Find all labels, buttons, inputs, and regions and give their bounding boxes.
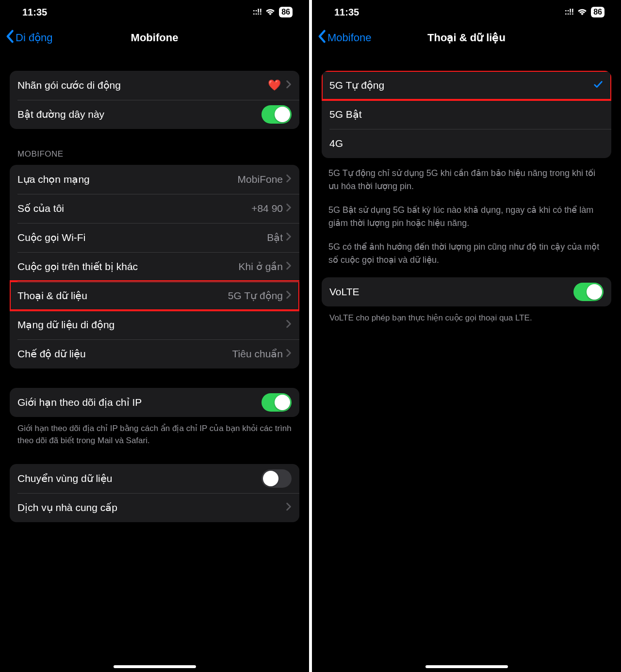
row-label: Lựa chọn mạng [17,174,238,185]
option-5g-on[interactable]: 5G Bật [322,100,611,129]
ip-limit-note: Giới hạn theo dõi địa chỉ IP bằng cách ẩ… [10,417,299,447]
row-label: Thoại & dữ liệu [17,290,228,302]
row-label: Cuộc gọi trên thiết bị khác [17,261,239,272]
desc-5g-impact: 5G có thể ảnh hưởng đến thời lượng pin c… [328,240,605,267]
content-right: 5G Tự động 5G Bật 4G 5G Tự động chỉ sử d… [312,51,621,672]
roaming-toggle[interactable] [261,469,292,488]
desc-5g-auto: 5G Tự động chỉ sử dụng 5G khi cần đảm bả… [328,167,605,193]
chevron-right-icon [286,320,292,330]
row-label: Dịch vụ nhà cung cấp [17,502,286,513]
phone-left: 11:35 ::!! 86 Di động Mobifone Nhãn gói … [0,0,310,672]
row-label: Mạng dữ liệu di động [17,319,286,331]
cellular-signal-icon: ::!! [565,7,574,17]
chevron-right-icon [286,232,292,243]
row-data-roaming: Chuyển vùng dữ liệu [10,464,299,493]
status-bar: 11:35 ::!! 86 [0,0,309,24]
row-label: Cuộc gọi Wi-Fi [17,232,267,243]
row-label: Số của tôi [17,203,251,214]
status-right: ::!! 86 [253,7,293,18]
battery-icon: 86 [279,7,293,17]
line-enabled-toggle[interactable] [261,105,292,124]
chevron-right-icon [286,290,292,301]
home-indicator[interactable] [114,665,196,668]
chevron-left-icon [317,30,327,46]
row-volte: VoLTE [322,277,611,306]
desc-5g-on: 5G Bật sử dụng 5G bất kỳ lúc nào khả dụn… [328,204,605,230]
content-left: Nhãn gói cước di động ❤️ Bật đường dây n… [0,51,309,672]
row-value: Tiêu chuẩn [232,348,283,360]
back-button[interactable]: Mobifone [317,30,372,46]
option-4g[interactable]: 4G [322,129,611,158]
nav-header: Di động Mobifone [0,24,309,51]
options-description: 5G Tự động chỉ sử dụng 5G khi cần đảm bả… [322,158,611,267]
chevron-right-icon [286,261,292,272]
row-label: Bật đường dây này [17,109,261,120]
chevron-right-icon [286,174,292,185]
row-data-mode[interactable]: Chế độ dữ liệu Tiêu chuẩn [10,339,299,368]
limit-ip-toggle[interactable] [261,393,292,412]
phone-right: 11:35 ::!! 86 Mobifone Thoại & dữ liệu 5… [310,0,621,672]
back-label: Di động [16,32,53,44]
back-button[interactable]: Di động [5,30,53,46]
group-mobifone: Lựa chọn mạng MobiFone Số của tôi +84 90… [10,165,299,368]
row-plan-label[interactable]: Nhãn gói cước di động ❤️ [10,71,299,100]
row-value: Bật [267,232,283,243]
chevron-left-icon [5,30,15,46]
chevron-right-icon [286,349,292,359]
heart-icon: ❤️ [268,79,281,92]
row-label: VoLTE [329,286,573,298]
status-time: 11:35 [22,7,47,18]
checkmark-icon [593,79,604,92]
section-header-mobifone: MOBIFONE [10,149,299,159]
home-indicator[interactable] [425,665,508,668]
chevron-right-icon [286,502,292,513]
status-bar: 11:35 ::!! 86 [312,0,621,24]
volte-toggle[interactable] [573,283,604,301]
group-plan: Nhãn gói cước di động ❤️ Bật đường dây n… [10,71,299,129]
row-limit-ip-tracking: Giới hạn theo dõi địa chỉ IP [10,388,299,417]
row-voice-and-data[interactable]: Thoại & dữ liệu 5G Tự động [10,281,299,310]
row-calls-other-devices[interactable]: Cuộc gọi trên thiết bị khác Khi ở gần [10,252,299,281]
row-my-number[interactable]: Số của tôi +84 90 [10,194,299,223]
row-carrier-services[interactable]: Dịch vụ nhà cung cấp [10,493,299,522]
nav-header: Mobifone Thoại & dữ liệu [312,24,621,51]
row-label: 5G Bật [329,109,604,120]
row-label: 4G [329,138,604,149]
row-value: Khi ở gần [239,261,283,272]
row-value: 5G Tự động [228,290,283,302]
row-label: Chế độ dữ liệu [17,348,232,360]
status-time: 11:35 [334,7,359,18]
option-5g-auto[interactable]: 5G Tự động [322,71,611,100]
row-label: Giới hạn theo dõi địa chỉ IP [17,397,261,408]
group-5g-options: 5G Tự động 5G Bật 4G [322,71,611,158]
chevron-right-icon [286,203,292,214]
wifi-icon [265,7,276,18]
wifi-icon [577,7,588,18]
chevron-right-icon [286,80,292,91]
row-network-selection[interactable]: Lựa chọn mạng MobiFone [10,165,299,194]
group-roaming: Chuyển vùng dữ liệu Dịch vụ nhà cung cấp [10,464,299,522]
status-right: ::!! 86 [565,7,605,18]
row-label: Chuyển vùng dữ liệu [17,473,261,484]
row-cellular-data-network[interactable]: Mạng dữ liệu di động [10,310,299,339]
group-ip-limit: Giới hạn theo dõi địa chỉ IP [10,388,299,417]
row-line-toggle: Bật đường dây này [10,100,299,129]
row-label: 5G Tự động [329,80,593,91]
row-label: Nhãn gói cước di động [17,80,268,91]
row-value: MobiFone [238,174,283,185]
row-wifi-calling[interactable]: Cuộc gọi Wi-Fi Bật [10,223,299,252]
group-volte: VoLTE [322,277,611,306]
cellular-signal-icon: ::!! [253,7,262,17]
battery-icon: 86 [591,7,605,17]
back-label: Mobifone [327,32,372,44]
volte-note: VoLTE cho phép bạn thực hiện cuộc gọi th… [322,306,611,324]
row-value: +84 90 [251,203,283,214]
